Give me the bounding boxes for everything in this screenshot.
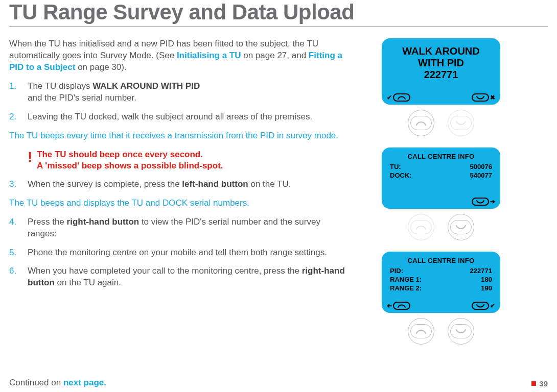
kv-key: PID:	[390, 267, 403, 275]
screen-heading: CALL CENTRE INFO	[389, 153, 493, 160]
device-2: CALL CENTRE INFO TU:500076 DOCK:540077 ➔	[367, 148, 515, 240]
right-button[interactable]	[448, 110, 474, 136]
left-button[interactable]	[408, 214, 434, 240]
intro-text: on page 27, and	[241, 51, 309, 60]
kv-val: 540077	[470, 172, 492, 179]
device-3-screen: CALL CENTRE INFO PID:222771 RANGE 1:180 …	[382, 252, 500, 313]
kv-key: DOCK:	[390, 172, 412, 179]
cross-icon: ✖	[490, 94, 495, 101]
step-bold: right-hand button	[67, 217, 140, 227]
page-number: 39	[531, 379, 548, 388]
warning-line: A 'missed' beep shows a possible blind-s…	[37, 161, 223, 170]
kv-key: RANGE 2:	[390, 284, 422, 292]
warning-beep: ! The TU should beep once every second. …	[28, 149, 352, 172]
page-rule	[9, 27, 548, 27]
instructions-column: When the TU has initialised and a new PI…	[9, 38, 352, 345]
device-3: CALL CENTRE INFO PID:222771 RANGE 1:180 …	[367, 252, 515, 345]
note-step3: The TU beeps and displays the TU and DOC…	[9, 198, 352, 209]
phone-hangup-icon	[472, 93, 489, 102]
right-button[interactable]	[448, 214, 474, 240]
device-column: WALK AROUND WITH PID 222771 ✔	[367, 38, 515, 345]
screen-line: WITH PID	[418, 57, 464, 68]
check-icon: ✔	[490, 303, 495, 309]
step-text: The TU displays	[28, 81, 92, 91]
step-3: When the survey is complete, press the l…	[9, 179, 352, 190]
step-2: Leaving the TU docked, walk the subject …	[9, 111, 352, 123]
kv-val: 222771	[470, 267, 492, 275]
intro-text: on page 30).	[75, 62, 126, 72]
step-text: and the PID's serial number.	[28, 93, 136, 103]
arrow-left-icon: ➔	[387, 303, 392, 309]
left-button[interactable]	[408, 318, 434, 345]
exclamation-icon: !	[28, 148, 32, 166]
step-text: When the survey is complete, press the	[28, 179, 182, 189]
step-text: on the TU.	[248, 179, 291, 189]
step-text: Press the	[28, 217, 67, 227]
step-text: Phone the monitoring centre on your mobi…	[28, 248, 327, 257]
kv-val: 500076	[470, 163, 492, 170]
continued-footer: Continued on next page.	[9, 378, 106, 388]
phone-pickup-icon	[393, 302, 410, 310]
phone-hangup-icon	[472, 198, 489, 206]
step-bold: left-hand button	[182, 179, 248, 189]
intro-paragraph: When the TU has initialised and a new PI…	[9, 38, 352, 74]
arrow-right-icon: ➔	[490, 199, 495, 205]
page-number-value: 39	[539, 379, 548, 388]
kv-val: 180	[481, 276, 492, 283]
step-text: When you have completed your call to the…	[28, 266, 302, 276]
ref-initialising-tu[interactable]: Initialising a TU	[177, 51, 241, 60]
page-title: TU Range Survey and Data Upload	[0, 0, 557, 24]
step-4: Press the right-hand button to view the …	[9, 216, 352, 240]
step-text: Leaving the TU docked, walk the subject …	[28, 112, 312, 121]
left-button[interactable]	[408, 110, 434, 136]
screen-heading: CALL CENTRE INFO	[389, 257, 493, 264]
device-1-screen: WALK AROUND WITH PID 222771 ✔	[382, 38, 500, 105]
note-step2: The TU beeps every time that it receives…	[9, 130, 352, 142]
phone-pickup-icon	[393, 93, 410, 102]
device-2-screen: CALL CENTRE INFO TU:500076 DOCK:540077 ➔	[382, 148, 500, 209]
kv-val: 190	[481, 284, 492, 292]
step-bold: WALK AROUND WITH PID	[92, 81, 200, 91]
check-icon: ✔	[387, 94, 392, 101]
screen-line: 222771	[424, 69, 458, 80]
right-button[interactable]	[448, 318, 474, 345]
page-marker-icon	[531, 381, 536, 386]
kv-key: RANGE 1:	[390, 276, 422, 283]
screen-line: WALK AROUND	[402, 45, 479, 57]
step-6: When you have completed your call to the…	[9, 265, 352, 289]
step-5: Phone the monitoring centre on your mobi…	[9, 247, 352, 259]
step-text: on the TU again.	[55, 278, 121, 287]
continued-text: Continued on	[9, 378, 63, 387]
phone-hangup-icon	[472, 302, 489, 310]
next-page-link[interactable]: next page.	[63, 378, 106, 387]
kv-key: TU:	[390, 163, 401, 170]
warning-line: The TU should beep once every second.	[37, 150, 203, 159]
step-1: The TU displays WALK AROUND WITH PID and…	[9, 81, 352, 104]
device-1: WALK AROUND WITH PID 222771 ✔	[367, 38, 515, 136]
